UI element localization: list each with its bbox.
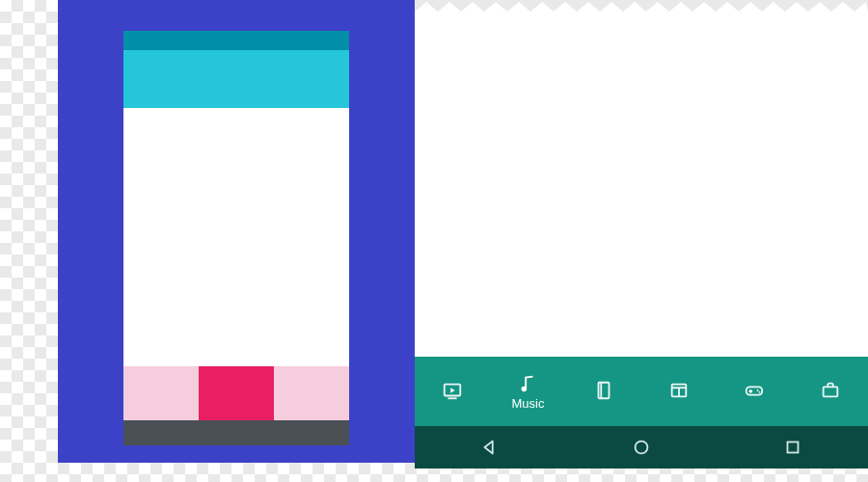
status-bar-mock [123, 31, 349, 50]
svg-point-11 [757, 389, 759, 391]
nav-item-music[interactable]: Music [490, 357, 565, 426]
nav-item-video[interactable] [415, 357, 490, 426]
svg-point-12 [759, 391, 761, 393]
bottom-bar-accent-mock [199, 366, 274, 420]
gamepad-icon [744, 380, 765, 401]
video-icon [442, 380, 463, 401]
news-icon [668, 380, 690, 401]
bottom-navigation: Music [415, 357, 868, 426]
phone-mock-panel [58, 0, 415, 463]
svg-rect-3 [598, 383, 609, 399]
recents-button[interactable] [773, 428, 812, 467]
svg-point-2 [522, 386, 528, 391]
app-bar-mock [123, 50, 349, 108]
book-icon [593, 380, 614, 401]
svg-rect-15 [787, 442, 798, 453]
nav-item-work[interactable] [793, 357, 868, 426]
nav-label: Music [512, 396, 545, 411]
phone-screen [123, 31, 349, 445]
svg-rect-8 [746, 387, 763, 394]
torn-edge-decoration [415, 0, 868, 13]
svg-rect-13 [823, 387, 837, 396]
svg-point-14 [636, 442, 648, 454]
system-navigation-bar [415, 426, 868, 469]
nav-item-news[interactable] [641, 357, 717, 426]
back-button[interactable] [471, 428, 509, 467]
briefcase-icon [820, 380, 841, 401]
nav-bar-mock [123, 420, 349, 445]
nav-item-books[interactable] [566, 357, 641, 426]
music-icon [517, 373, 538, 394]
nav-item-games[interactable] [717, 357, 792, 426]
home-button[interactable] [622, 428, 661, 467]
